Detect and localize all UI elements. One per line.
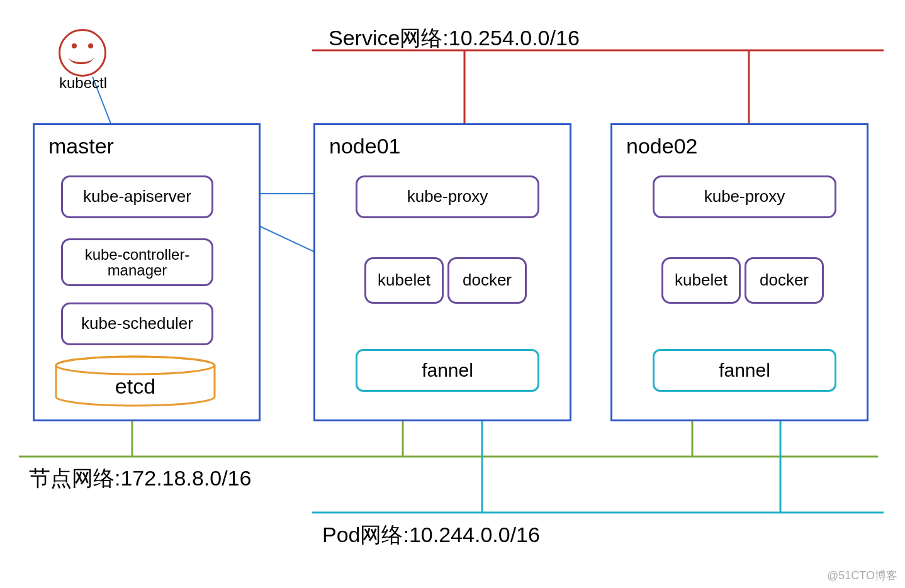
node01-kube-proxy-label: kube-proxy [407,188,488,205]
kubectl-user-icon [59,29,106,77]
node01-docker-box: docker [447,257,527,304]
service-network-label: Service网络:10.254.0.0/16 [329,24,580,53]
kube-apiserver-label: kube-apiserver [83,188,191,205]
kube-apiserver-box: kube-apiserver [61,175,213,218]
node01-flannel-label: fannel [422,360,473,381]
kubectl-label: kubectl [52,74,115,92]
node02-docker-label: docker [760,272,809,289]
master-box: master kube-apiserver kube-controller-ma… [33,123,261,421]
node01-flannel-box: fannel [356,349,539,392]
node01-box: node01 kube-proxy kubelet docker fannel [313,123,571,421]
node01-kubelet-label: kubelet [378,272,430,289]
node01-docker-label: docker [463,272,512,289]
node02-box: node02 kube-proxy kubelet docker fannel [610,123,868,421]
node02-title: node02 [626,134,697,158]
node-network-label: 节点网络:172.18.8.0/16 [29,464,251,493]
node02-kube-proxy-box: kube-proxy [653,175,836,218]
kube-scheduler-label: kube-scheduler [81,315,193,332]
node02-kubelet-label: kubelet [675,272,728,289]
node01-title: node01 [329,134,400,158]
node02-kube-proxy-label: kube-proxy [704,188,785,205]
node01-kube-proxy-box: kube-proxy [356,175,539,218]
node02-kubelet-box: kubelet [661,257,741,304]
kube-controller-manager-label: kube-controller-manager [63,247,211,278]
master-title: master [48,134,114,158]
node02-flannel-box: fannel [653,349,836,392]
kube-scheduler-box: kube-scheduler [61,302,213,345]
node02-docker-box: docker [745,257,824,304]
etcd-cylinder: etcd [53,355,217,406]
kube-controller-manager-box: kube-controller-manager [61,238,213,286]
etcd-label: etcd [115,374,155,399]
node01-kubelet-box: kubelet [364,257,444,304]
watermark: @51CTO博客 [827,568,897,583]
node02-flannel-label: fannel [719,360,770,381]
pod-network-label: Pod网络:10.244.0.0/16 [322,521,540,550]
